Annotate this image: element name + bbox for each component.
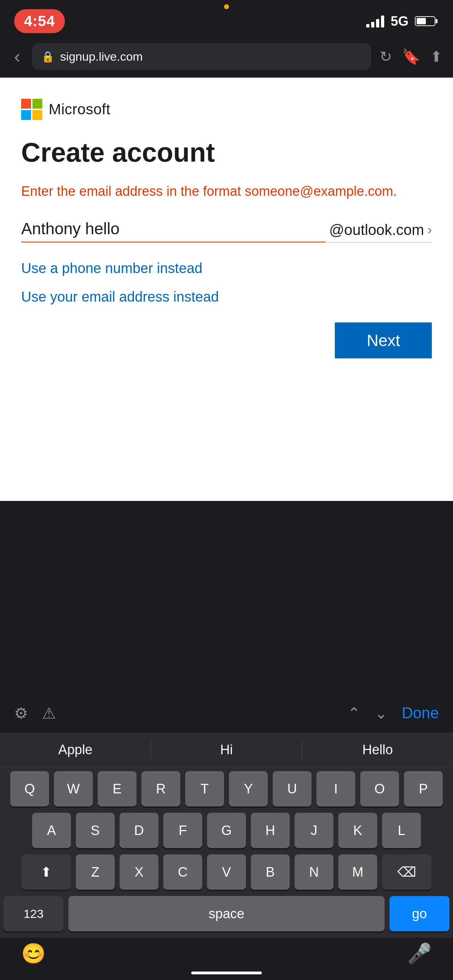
key-W[interactable]: W xyxy=(54,771,93,807)
ms-square-yellow xyxy=(32,110,42,120)
suggestion-0[interactable]: Apple xyxy=(0,739,151,761)
key-L[interactable]: L xyxy=(382,813,421,848)
reload-icon[interactable]: ↻ xyxy=(380,48,392,65)
keyboard-settings-icon[interactable]: ⚙ xyxy=(14,704,28,722)
ms-square-green xyxy=(32,99,42,109)
status-right: 5G xyxy=(366,14,436,29)
domain-text: @outlook.com xyxy=(329,221,424,239)
signal-icon xyxy=(366,15,384,27)
key-T[interactable]: T xyxy=(185,771,224,807)
suggestion-2[interactable]: Hello xyxy=(302,739,453,761)
key-P[interactable]: P xyxy=(404,771,443,807)
status-bar: 4:54 5G xyxy=(0,0,453,35)
key-K[interactable]: K xyxy=(339,813,377,848)
key-E[interactable]: E xyxy=(98,771,137,807)
key-F[interactable]: F xyxy=(163,813,202,848)
suggestion-1[interactable]: Hi xyxy=(151,739,302,761)
space-key[interactable]: space xyxy=(68,896,385,931)
key-X[interactable]: X xyxy=(119,854,158,890)
key-row-3: ⬆ Z X C V B N M ⌫ xyxy=(3,854,450,890)
key-J[interactable]: J xyxy=(295,813,334,848)
key-G[interactable]: G xyxy=(207,813,246,848)
use-email-link[interactable]: Use your email address instead xyxy=(21,289,432,305)
keyboard-keys: Q W E R T Y U I O P A S D F G H J K L ⬆ … xyxy=(0,768,453,931)
keyboard-feedback-icon[interactable]: ⚠ xyxy=(42,704,56,722)
ms-grid-icon xyxy=(21,99,42,120)
email-input-row: Anthony hello @outlook.com › xyxy=(21,219,432,243)
key-Z[interactable]: Z xyxy=(76,854,114,890)
go-key[interactable]: go xyxy=(389,896,450,931)
ms-square-red xyxy=(21,99,31,109)
key-A[interactable]: A xyxy=(32,813,71,848)
key-row-4: 123 space go xyxy=(3,896,450,931)
keyboard-toolbar-left: ⚙ ⚠ xyxy=(14,704,56,722)
keyboard-done-button[interactable]: Done xyxy=(402,704,439,722)
key-D[interactable]: D xyxy=(119,813,158,848)
keyboard-chevron-down-icon[interactable]: ⌄ xyxy=(375,704,388,722)
battery-icon xyxy=(415,16,436,26)
key-C[interactable]: C xyxy=(163,854,202,890)
domain-select[interactable]: @outlook.com › xyxy=(329,221,432,242)
key-V[interactable]: V xyxy=(207,854,246,890)
browser-bar: ‹ 🔒 signup.live.com ↻ 🔖 ⬆ xyxy=(0,35,453,78)
web-content: Microsoft Create account Enter the email… xyxy=(0,78,453,501)
bookmark-icon[interactable]: 🔖 xyxy=(402,48,420,65)
emoji-button[interactable]: 😊 xyxy=(21,942,46,965)
browser-url-text: signup.live.com xyxy=(60,50,362,64)
ms-square-blue xyxy=(21,110,31,120)
home-indicator xyxy=(191,972,262,974)
microsoft-logo: Microsoft xyxy=(21,99,432,120)
battery-level xyxy=(416,18,426,24)
email-input-value: Anthony hello xyxy=(21,220,119,238)
delete-key[interactable]: ⌫ xyxy=(382,854,431,890)
lock-icon: 🔒 xyxy=(41,51,54,63)
key-M[interactable]: M xyxy=(339,854,377,890)
key-row-2: A S D F G H J K L xyxy=(3,813,450,848)
key-S[interactable]: S xyxy=(76,813,114,848)
status-time: 4:54 xyxy=(14,9,65,33)
browser-back-button[interactable]: ‹ xyxy=(11,44,24,69)
key-O[interactable]: O xyxy=(360,771,399,807)
key-H[interactable]: H xyxy=(251,813,290,848)
page-title: Create account xyxy=(21,138,432,167)
next-button[interactable]: Next xyxy=(335,323,432,358)
notification-dot xyxy=(224,4,229,9)
key-I[interactable]: I xyxy=(316,771,355,807)
key-N[interactable]: N xyxy=(295,854,334,890)
keyboard-suggestions: Apple Hi Hello xyxy=(0,732,453,768)
key-Q[interactable]: Q xyxy=(10,771,49,807)
keyboard-toolbar-right: ⌃ ⌄ Done xyxy=(348,704,439,722)
microsoft-name: Microsoft xyxy=(49,101,110,118)
microphone-button[interactable]: 🎤 xyxy=(407,942,432,965)
phone-number-link[interactable]: Use a phone number instead xyxy=(21,260,432,276)
share-icon[interactable]: ⬆ xyxy=(430,48,442,65)
next-button-wrapper: Next xyxy=(21,323,432,358)
shift-key[interactable]: ⬆ xyxy=(22,854,71,890)
error-message: Enter the email address in the format so… xyxy=(21,181,432,201)
key-B[interactable]: B xyxy=(251,854,290,890)
browser-actions: ↻ 🔖 ⬆ xyxy=(380,48,442,65)
network-type: 5G xyxy=(391,14,408,29)
keyboard-toolbar: ⚙ ⚠ ⌃ ⌄ Done xyxy=(0,694,453,732)
key-U[interactable]: U xyxy=(273,771,312,807)
numbers-key[interactable]: 123 xyxy=(3,896,64,931)
key-R[interactable]: R xyxy=(141,771,180,807)
browser-url-bar[interactable]: 🔒 signup.live.com xyxy=(32,43,371,70)
keyboard-chevron-up-icon[interactable]: ⌃ xyxy=(348,704,361,722)
key-row-1: Q W E R T Y U I O P xyxy=(3,771,450,807)
email-input-wrapper[interactable]: Anthony hello xyxy=(21,219,326,242)
keyboard-area: ⚙ ⚠ ⌃ ⌄ Done Apple Hi Hello Q W E R T Y … xyxy=(0,694,453,980)
chevron-down-icon: › xyxy=(428,223,432,237)
key-Y[interactable]: Y xyxy=(229,771,268,807)
